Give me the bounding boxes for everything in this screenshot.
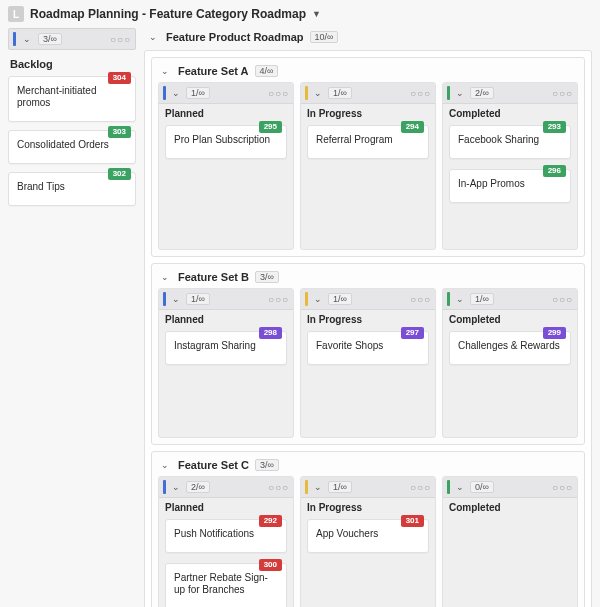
lane-card[interactable]: 298Instagram Sharing [165, 331, 287, 365]
lane-title: In Progress [301, 104, 435, 121]
more-icon[interactable]: ○○○ [552, 88, 573, 99]
chevron-down-icon[interactable]: ⌄ [311, 480, 325, 494]
card-label: Merchant-initiated promos [17, 85, 127, 109]
lane-card[interactable]: 301App Vouchers [307, 519, 429, 553]
more-icon[interactable]: ○○○ [552, 482, 573, 493]
card-badge: 293 [543, 121, 566, 133]
accent-bar [305, 480, 308, 494]
lane-card[interactable]: 297Favorite Shops [307, 331, 429, 365]
more-icon[interactable]: ○○○ [268, 482, 289, 493]
title-dropdown-icon[interactable]: ▼ [312, 9, 321, 19]
more-icon[interactable]: ○○○ [110, 34, 131, 45]
top-bar: L Roadmap Planning - Feature Category Ro… [0, 0, 600, 26]
lane-inprogress: ⌄1/∞○○○In Progress294Referral Program [300, 82, 436, 250]
chevron-down-icon[interactable]: ⌄ [169, 292, 183, 306]
card-label: Favorite Shops [316, 340, 420, 352]
card-badge: 294 [401, 121, 424, 133]
lane-count: 1/∞ [186, 293, 210, 305]
feature-set: ⌄Feature Set C3/∞⌄2/∞○○○Planned292Push N… [151, 451, 585, 607]
feature-set-header[interactable]: ⌄Feature Set A4/∞ [158, 64, 578, 82]
feature-set-title: Feature Set C [178, 459, 249, 471]
lane-body: 293Facebook Sharing296In-App Promos [443, 121, 577, 249]
chevron-down-icon[interactable]: ⌄ [169, 480, 183, 494]
feature-set-count: 3/∞ [255, 459, 279, 471]
chevron-down-icon[interactable]: ⌄ [311, 292, 325, 306]
lane-completed: ⌄0/∞○○○Completed [442, 476, 578, 607]
chevron-down-icon[interactable]: ⌄ [453, 86, 467, 100]
feature-set: ⌄Feature Set A4/∞⌄1/∞○○○Planned295Pro Pl… [151, 57, 585, 257]
lane-card[interactable]: 296In-App Promos [449, 169, 571, 203]
lane-title: In Progress [301, 310, 435, 327]
lane-card[interactable]: 295Pro Plan Subscription [165, 125, 287, 159]
lane-body: 298Instagram Sharing [159, 327, 293, 437]
backlog-card[interactable]: 303Consolidated Orders [8, 130, 136, 164]
chevron-down-icon[interactable]: ⌄ [453, 292, 467, 306]
card-label: Instagram Sharing [174, 340, 278, 352]
chevron-down-icon[interactable]: ⌄ [158, 458, 172, 472]
lane-card[interactable]: 300Partner Rebate Sign-up for Branches [165, 563, 287, 607]
card-badge: 304 [108, 72, 131, 84]
lane-title: Planned [159, 498, 293, 515]
card-badge: 295 [259, 121, 282, 133]
accent-bar [13, 32, 16, 46]
page-title: Roadmap Planning - Feature Category Road… [30, 7, 306, 21]
lane-title: In Progress [301, 498, 435, 515]
backlog-card[interactable]: 302Brand Tips [8, 172, 136, 206]
roadmap-header[interactable]: ⌄ Feature Product Roadmap 10/∞ [144, 28, 592, 50]
lane-card[interactable]: 293Facebook Sharing [449, 125, 571, 159]
lane-card[interactable]: 292Push Notifications [165, 519, 287, 553]
accent-bar [447, 480, 450, 494]
lane-header[interactable]: ⌄1/∞○○○ [443, 289, 577, 310]
lane-header[interactable]: ⌄2/∞○○○ [443, 83, 577, 104]
card-label: Push Notifications [174, 528, 278, 540]
lane-header[interactable]: ⌄1/∞○○○ [301, 289, 435, 310]
chevron-down-icon[interactable]: ⌄ [169, 86, 183, 100]
lane-inprogress: ⌄1/∞○○○In Progress301App Vouchers [300, 476, 436, 607]
feature-set-header[interactable]: ⌄Feature Set B3/∞ [158, 270, 578, 288]
card-label: Brand Tips [17, 181, 127, 193]
lane-header[interactable]: ⌄0/∞○○○ [443, 477, 577, 498]
card-badge: 298 [259, 327, 282, 339]
chevron-down-icon[interactable]: ⌄ [311, 86, 325, 100]
lane-title: Completed [443, 104, 577, 121]
more-icon[interactable]: ○○○ [410, 88, 431, 99]
more-icon[interactable]: ○○○ [410, 294, 431, 305]
roadmap-count: 10/∞ [310, 31, 339, 43]
lane-header[interactable]: ⌄1/∞○○○ [159, 289, 293, 310]
feature-set-header[interactable]: ⌄Feature Set C3/∞ [158, 458, 578, 476]
card-label: Referral Program [316, 134, 420, 146]
chevron-down-icon[interactable]: ⌄ [146, 30, 160, 44]
accent-bar [163, 292, 166, 306]
more-icon[interactable]: ○○○ [268, 294, 289, 305]
more-icon[interactable]: ○○○ [410, 482, 431, 493]
backlog-header[interactable]: ⌄ 3/∞ ○○○ [8, 28, 136, 50]
card-badge: 296 [543, 165, 566, 177]
lane-header[interactable]: ⌄1/∞○○○ [159, 83, 293, 104]
roadmap-panel: ⌄Feature Set A4/∞⌄1/∞○○○Planned295Pro Pl… [144, 50, 592, 607]
lane-body: 301App Vouchers [301, 515, 435, 607]
card-badge: 299 [543, 327, 566, 339]
lane-title: Completed [443, 498, 577, 515]
more-icon[interactable]: ○○○ [268, 88, 289, 99]
backlog-count: 3/∞ [38, 33, 62, 45]
lane-count: 1/∞ [186, 87, 210, 99]
feature-set-title: Feature Set B [178, 271, 249, 283]
chevron-down-icon[interactable]: ⌄ [453, 480, 467, 494]
card-label: Pro Plan Subscription [174, 134, 278, 146]
chevron-down-icon[interactable]: ⌄ [158, 270, 172, 284]
lane-body: 299Challenges & Rewards [443, 327, 577, 437]
backlog-card[interactable]: 304Merchant-initiated promos [8, 76, 136, 122]
lane-completed: ⌄2/∞○○○Completed293Facebook Sharing296In… [442, 82, 578, 250]
lane-header[interactable]: ⌄1/∞○○○ [301, 83, 435, 104]
lane-card[interactable]: 294Referral Program [307, 125, 429, 159]
chevron-down-icon[interactable]: ⌄ [20, 32, 34, 46]
chevron-down-icon[interactable]: ⌄ [158, 64, 172, 78]
accent-bar [163, 480, 166, 494]
more-icon[interactable]: ○○○ [552, 294, 573, 305]
lane-header[interactable]: ⌄2/∞○○○ [159, 477, 293, 498]
lane-body: 297Favorite Shops [301, 327, 435, 437]
lane-header[interactable]: ⌄1/∞○○○ [301, 477, 435, 498]
card-badge: 292 [259, 515, 282, 527]
lane-card[interactable]: 299Challenges & Rewards [449, 331, 571, 365]
lane-planned: ⌄2/∞○○○Planned292Push Notifications300Pa… [158, 476, 294, 607]
